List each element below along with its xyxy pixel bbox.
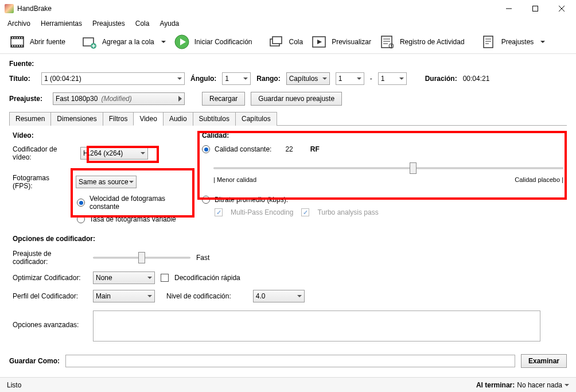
activity-log-button[interactable]: Registro de Actividad <box>376 32 468 52</box>
adv-options-input[interactable] <box>93 311 540 341</box>
vfr-radio-row[interactable]: Tasa de fotogramas variable <box>77 215 190 223</box>
open-source-label: Abrir fuente <box>30 38 65 46</box>
menu-ayuda[interactable]: Ayuda <box>154 18 184 29</box>
preview-label: Previsualizar <box>332 38 371 46</box>
preset-select[interactable]: Fast 1080p30 (Modified) <box>53 92 185 105</box>
presets-button[interactable]: Preajustes <box>477 32 549 52</box>
menubar: Archivo Herramientas Preajustes Cola Ayu… <box>0 17 576 30</box>
svg-rect-10 <box>19 37 20 38</box>
save-preset-button[interactable]: Guardar nuevo preajuste <box>251 92 342 106</box>
range-from-select[interactable]: 1 <box>336 72 364 85</box>
chevron-down-icon <box>540 41 545 45</box>
encoder-profile-select[interactable]: Main <box>93 290 155 302</box>
abr-radio[interactable] <box>202 196 210 204</box>
reload-preset-button[interactable]: Recargar <box>202 92 245 106</box>
multipass-checkbox <box>215 208 223 216</box>
video-heading: Vídeo: <box>13 131 190 139</box>
when-done-label: Al terminar: <box>476 381 515 389</box>
encoder-tune-label: Optimizar Codificador: <box>13 274 87 282</box>
svg-rect-9 <box>17 37 18 38</box>
cq-radio[interactable] <box>202 145 210 153</box>
film-icon <box>9 34 25 50</box>
vfr-label: Tasa de fotogramas variable <box>89 215 176 223</box>
when-done-dropdown[interactable]: Al terminar: No hacer nada <box>476 381 569 389</box>
quality-slider[interactable] <box>213 164 563 173</box>
cq-suffix: RF <box>310 145 320 153</box>
menu-preajustes[interactable]: Preajustes <box>87 18 130 29</box>
svg-rect-16 <box>21 45 22 46</box>
encoder-preset-slider[interactable] <box>93 253 190 262</box>
menu-archivo[interactable]: Archivo <box>2 18 36 29</box>
range-type-select[interactable]: Capítulos <box>286 72 330 85</box>
cfr-radio-row[interactable]: Velocidad de fotogramas constante <box>77 195 190 211</box>
queue-button[interactable]: Cola <box>265 32 307 52</box>
add-queue-icon <box>81 34 98 50</box>
save-path-input[interactable] <box>65 355 515 367</box>
tab-audio[interactable]: Audio <box>163 112 193 126</box>
menu-cola[interactable]: Cola <box>130 18 155 29</box>
angle-select[interactable]: 1 <box>222 72 251 85</box>
tab-filtros[interactable]: Filtros <box>103 112 134 126</box>
start-encode-button[interactable]: Iniciar Codificación <box>170 32 256 52</box>
save-row: Guardar Como: Examinar <box>0 348 576 374</box>
video-tab-content: Vídeo: Codificador de vídeo: H.264 (x264… <box>9 126 567 228</box>
tabset: Resumen Dimensiones Filtros Video Audio … <box>9 111 567 126</box>
tab-resumen[interactable]: Resumen <box>9 112 51 126</box>
open-source-button[interactable]: Abrir fuente <box>6 32 69 52</box>
range-to-select[interactable]: 1 <box>378 72 407 85</box>
duration-value: 00:04:21 <box>463 75 490 83</box>
duration-label: Duración: <box>425 75 457 83</box>
abr-label: Bitrate promedio (kbps): <box>215 196 288 204</box>
cq-label: Calidad constante: <box>215 145 271 153</box>
encoder-options-heading: Opciones de codificador: <box>13 235 563 243</box>
status-text: Listo <box>7 381 21 389</box>
encoder-level-select[interactable]: 4.0 <box>253 290 305 302</box>
add-queue-label: Agregar a la cola <box>102 38 154 46</box>
range-label: Rango: <box>256 75 280 83</box>
turbo-label: Turbo analysis pass <box>317 208 378 216</box>
queue-label: Cola <box>289 38 303 46</box>
svg-marker-26 <box>317 40 322 44</box>
tab-dimensiones[interactable]: Dimensiones <box>50 112 103 126</box>
presets-label: Preajustes <box>501 38 534 46</box>
close-button[interactable] <box>548 0 575 17</box>
svg-rect-7 <box>12 37 13 38</box>
range-separator: - <box>370 75 372 83</box>
preview-button[interactable]: Previsualizar <box>308 32 375 52</box>
codec-select[interactable]: H.264 (x264) <box>80 147 148 160</box>
vfr-radio[interactable] <box>77 215 85 223</box>
abr-radio-row[interactable]: Bitrate promedio (kbps): <box>202 196 563 204</box>
minimize-button[interactable] <box>496 0 522 17</box>
svg-rect-27 <box>382 36 392 48</box>
svg-rect-12 <box>12 45 13 46</box>
cq-radio-row[interactable]: Calidad constante: 22 RF <box>202 145 563 153</box>
tab-subtitulos[interactable]: Subtítulos <box>193 112 236 126</box>
maximize-button[interactable] <box>522 0 548 17</box>
encoder-preset-label: Preajuste de codificador: <box>13 250 87 266</box>
fast-decode-checkbox[interactable] <box>161 274 169 282</box>
start-encode-label: Iniciar Codificación <box>194 38 252 46</box>
cfr-radio[interactable] <box>77 199 85 207</box>
encoder-profile-label: Perfil del Codificador: <box>13 292 87 300</box>
menu-herramientas[interactable]: Herramientas <box>36 18 87 29</box>
app-icon <box>5 4 14 13</box>
tab-video[interactable]: Video <box>133 112 163 126</box>
queue-icon <box>268 34 285 50</box>
encoder-level-label: Nivel de codificación: <box>166 292 231 300</box>
encoder-preset-value: Fast <box>196 254 209 262</box>
adv-options-label: Opciones avanzadas: <box>13 321 87 329</box>
encoder-tune-select[interactable]: None <box>93 271 155 284</box>
browse-button[interactable]: Examinar <box>521 354 567 368</box>
play-icon <box>174 34 190 50</box>
encoder-options: Opciones de codificador: Preajuste de co… <box>9 235 567 341</box>
svg-rect-34 <box>484 36 493 48</box>
title-select[interactable]: 1 (00:04:21) <box>41 72 185 85</box>
chevron-right-icon <box>178 96 182 102</box>
add-queue-button[interactable]: Agregar a la cola <box>78 32 169 52</box>
preview-icon <box>311 34 327 50</box>
fps-select[interactable]: Same as source <box>76 176 137 188</box>
tab-capitulos[interactable]: Capítulos <box>235 112 277 126</box>
when-done-value: No hacer nada <box>517 381 562 389</box>
svg-marker-38 <box>178 96 182 102</box>
svg-rect-13 <box>14 45 15 46</box>
